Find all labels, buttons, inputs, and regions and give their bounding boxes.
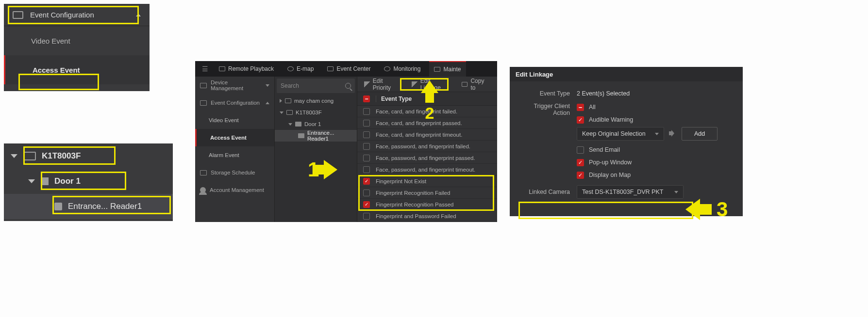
user-icon <box>200 187 206 193</box>
config-icon <box>13 11 23 19</box>
event-label: Fingerprint Recognition Failed <box>376 190 450 196</box>
arrow-stem <box>425 93 434 103</box>
action-display-on-map[interactable]: ✓Display on Map <box>577 169 734 181</box>
tab-emap[interactable]: E-map <box>283 61 318 77</box>
nav-device-management[interactable]: Device Management <box>195 77 274 94</box>
audio-select[interactable]: Keep Original Selection <box>577 127 664 141</box>
search-input[interactable]: Search <box>277 79 355 93</box>
callout-arrow-1: 1 <box>308 158 337 181</box>
checkbox[interactable] <box>363 143 370 150</box>
video-event-label: Video Event <box>31 37 70 45</box>
event-row[interactable]: Face, password, and fingerprint timeout. <box>357 164 497 175</box>
chevron-up-icon <box>266 102 269 104</box>
select-all-checkbox[interactable]: − <box>363 95 370 102</box>
checkbox[interactable]: ✓ <box>577 172 584 179</box>
search-icon <box>345 83 351 89</box>
linked-camera-label: Linked Camera <box>518 189 577 195</box>
tab-remote-playback[interactable]: Remote Playback <box>214 61 279 77</box>
highlight-box <box>518 202 693 219</box>
checkbox[interactable] <box>363 155 370 161</box>
event-row[interactable]: Face, card, and fingerprint timeout. <box>357 129 497 141</box>
checkbox[interactable]: ✓ <box>577 116 584 124</box>
tree-node[interactable]: K1T8003F <box>275 107 357 118</box>
event-config-sidebar-snippet: Event Configuration Video Event Access E… <box>4 4 150 91</box>
edit-icon <box>412 81 417 87</box>
event-center-window: ☰ Remote Playback E-map Event Center Mon… <box>195 61 497 222</box>
door-icon <box>295 122 301 127</box>
device-icon <box>200 83 207 88</box>
checkbox[interactable] <box>363 213 370 220</box>
nav-event-configuration[interactable]: Event Configuration <box>195 94 274 111</box>
event-row[interactable]: Fingerprint Recognition Failed <box>357 187 497 199</box>
sidebar-header-event-configuration[interactable]: Event Configuration <box>4 4 150 26</box>
checkbox[interactable] <box>363 131 370 138</box>
device-label: K1T8003F <box>42 151 81 161</box>
copy-icon <box>462 82 468 87</box>
event-row[interactable]: ✓Fingerprint Not Exist <box>357 175 497 187</box>
linked-camera-select[interactable]: Test DS-K1T8003F_DVR PKT <box>577 185 684 199</box>
nav-access-event[interactable]: Access Event <box>195 129 274 146</box>
event-row[interactable]: Fingerprint and Password Failed <box>357 210 497 222</box>
event-label: Face, card, and fingerprint failed. <box>376 109 457 114</box>
callout-number: 3 <box>717 198 728 221</box>
playback-icon <box>219 66 225 71</box>
event-label: Face, card, and fingerprint timeout. <box>376 132 462 138</box>
event-row[interactable]: ✓Fingerprint Recognition Passed <box>357 199 497 210</box>
event-row[interactable]: Face, password, and fingerprint failed. <box>357 141 497 152</box>
checkbox[interactable]: ✓ <box>363 178 370 185</box>
caret-down-icon <box>11 154 17 158</box>
tab-event-center[interactable]: Event Center <box>322 61 375 77</box>
checkbox[interactable] <box>363 166 370 173</box>
trigger-action-label: Trigger Client Action <box>518 101 577 181</box>
nav-video-event[interactable]: Video Event <box>195 111 274 129</box>
tree-node-selected[interactable]: Entrance... Reader1 <box>275 130 357 142</box>
config-icon <box>200 100 207 106</box>
device-tree: Search may cham cong K1T8003F Door 1 Ent… <box>275 77 357 222</box>
event-type-label: Event Type <box>518 88 577 97</box>
arrow-left-icon <box>685 199 700 220</box>
nav-account-management[interactable]: Account Management <box>195 181 274 199</box>
chevron-down-icon <box>266 84 269 87</box>
arrow-stem <box>700 204 712 215</box>
column-event-type: Event Type <box>376 95 412 102</box>
checkbox[interactable] <box>363 120 370 127</box>
event-label: Face, password, and fingerprint passed. <box>376 155 475 161</box>
device-icon <box>286 110 293 115</box>
action-audible-warning[interactable]: ✓Audible Warning <box>577 113 734 126</box>
checkbox[interactable] <box>363 190 370 196</box>
sidebar-item-video-event[interactable]: Video Event <box>4 26 150 55</box>
checkbox[interactable] <box>363 108 370 115</box>
action-all[interactable]: −All <box>577 101 734 113</box>
tree-node-reader[interactable]: Entrance... Reader1 <box>4 194 173 219</box>
tree-node-device[interactable]: K1T8003F <box>4 143 173 169</box>
nav-storage-schedule[interactable]: Storage Schedule <box>195 164 274 181</box>
checkbox[interactable]: ✓ <box>577 159 584 166</box>
copy-to-button[interactable]: Copy to <box>458 78 494 91</box>
action-send-email[interactable]: Send Email <box>577 143 734 156</box>
edit-priority-button[interactable]: Edit Priority <box>360 78 406 91</box>
sidebar-item-access-event[interactable]: Access Event <box>4 55 150 84</box>
tree-node[interactable]: Door 1 <box>275 118 357 130</box>
add-button[interactable]: Add <box>682 127 718 141</box>
tab-maintenance[interactable]: Mainte <box>429 61 466 77</box>
reader-icon <box>298 133 304 138</box>
menu-icon[interactable]: ☰ <box>200 65 210 73</box>
event-label: Face, password, and fingerprint timeout. <box>376 167 475 173</box>
checkbox-partial[interactable]: − <box>577 104 584 111</box>
event-configuration-label: Event Configuration <box>30 11 94 19</box>
tree-node-door[interactable]: Door 1 <box>4 169 173 194</box>
checkbox[interactable]: ✓ <box>363 201 370 208</box>
speaker-icon[interactable] <box>669 130 677 138</box>
left-nav: Device Management Event Configuration Vi… <box>195 77 275 222</box>
checkbox[interactable] <box>577 146 584 154</box>
device-icon <box>23 152 36 160</box>
nav-alarm-event[interactable]: Alarm Event <box>195 146 274 164</box>
search-placeholder: Search <box>281 82 299 89</box>
event-type-value: 2 Event(s) Selected <box>577 88 734 97</box>
event-row[interactable]: Face, password, and fingerprint passed. <box>357 152 497 164</box>
action-popup-window[interactable]: ✓Pop-up Window <box>577 156 734 169</box>
tree-node[interactable]: may cham cong <box>275 95 357 107</box>
event-label: Fingerprint Not Exist <box>376 178 426 184</box>
tab-monitoring[interactable]: Monitoring <box>379 61 425 77</box>
device-icon <box>285 98 291 103</box>
